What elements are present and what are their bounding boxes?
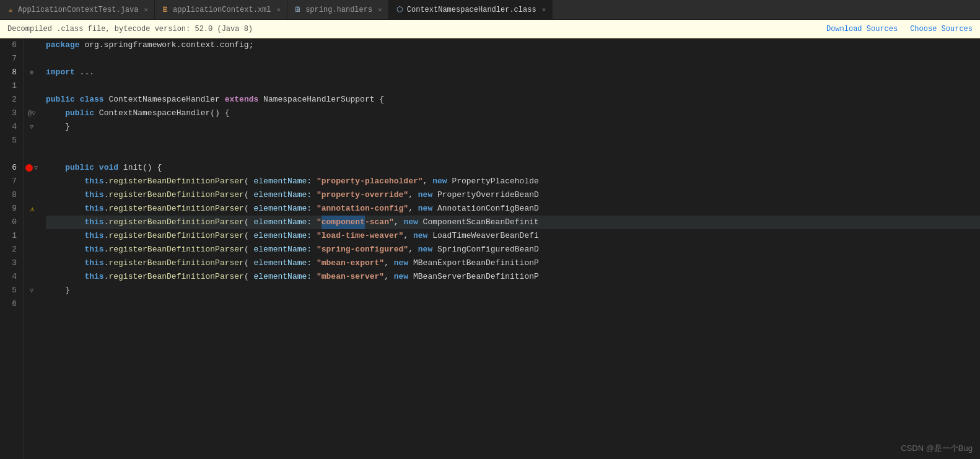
- fold-constructor[interactable]: ▽: [32, 110, 35, 117]
- gutter-close-init: ▽: [24, 284, 41, 297]
- ln-6: 6: [5, 38, 17, 52]
- gutter-end: [24, 297, 41, 311]
- gutter-r7: [24, 256, 41, 270]
- ln-17: 7: [5, 175, 17, 188]
- ln-20: 0: [5, 216, 17, 229]
- gutter-3e: @ ▽: [24, 107, 41, 120]
- gutter-1e: [24, 79, 41, 93]
- code-line-reg8: this . registerBeanDefinitionParser ( el…: [46, 270, 980, 284]
- ln-21: 1: [5, 229, 17, 243]
- notification-bar: Decompiled .class file, bytecode version…: [0, 20, 980, 38]
- code-line-reg6: this . registerBeanDefinitionParser ( el…: [46, 243, 980, 256]
- ln-22: 2: [5, 243, 17, 256]
- java-icon: ☕: [6, 6, 15, 14]
- fold-close-constructor[interactable]: ▽: [30, 123, 33, 131]
- handlers-icon: 🗎: [294, 6, 302, 14]
- tab-applicationcontext-xml[interactable]: 🗎 applicationContext.xml ✕: [155, 0, 287, 19]
- gutter-2e: [24, 93, 41, 107]
- code-line-import: import ...: [46, 66, 980, 79]
- code-line-reg2: this . registerBeanDefinitionParser ( el…: [46, 188, 980, 202]
- tab-bar: ☕ ApplicationContextTest.java ✕ 🗎 applic…: [0, 0, 980, 20]
- code-line-empty-1: [46, 52, 980, 66]
- ln-3: 3: [5, 107, 17, 120]
- tab-spring-handlers[interactable]: 🗎 spring.handlers ✕: [287, 0, 389, 19]
- code-line-class-decl: public class ContextNamespaceHandler ext…: [46, 93, 980, 107]
- fold-import[interactable]: ⊕: [30, 69, 33, 76]
- gutter: ⊕ @ ▽ ▽ ▽ ⚠ ▽: [24, 38, 41, 459]
- gutter-r4: [24, 216, 41, 229]
- code-line-empty-body: }: [46, 120, 980, 134]
- ln-blank: [5, 147, 17, 161]
- fold-close-init[interactable]: ▽: [30, 287, 33, 294]
- notification-text: Decompiled .class file, bytecode version…: [7, 25, 253, 33]
- gutter-r1: [24, 175, 41, 188]
- code-line-reg7: this . registerBeanDefinitionParser ( el…: [46, 256, 980, 270]
- gutter-5e: [24, 134, 41, 147]
- code-line-empty-2: [46, 79, 980, 93]
- download-sources-link[interactable]: Download Sources: [826, 25, 898, 33]
- notification-actions: Download Sources Choose Sources: [826, 25, 973, 33]
- code-line-empty-4: [46, 147, 980, 161]
- gutter-init: ▽: [24, 161, 41, 175]
- class-icon: ⬡: [395, 6, 404, 14]
- code-line-init: public void init() {: [46, 161, 980, 175]
- tab-close-1[interactable]: ✕: [144, 6, 148, 14]
- gutter-r2: [24, 188, 41, 202]
- choose-sources-link[interactable]: Choose Sources: [910, 25, 973, 33]
- ln-1: 1: [5, 79, 17, 93]
- code-line-reg1: this . registerBeanDefinitionParser ( el…: [46, 175, 980, 188]
- ln-16: 6: [5, 161, 17, 175]
- breakpoint-icon: [25, 164, 33, 172]
- gutter-r8: [24, 270, 41, 284]
- fold-init[interactable]: ▽: [34, 164, 38, 172]
- ln-4: 4: [5, 120, 17, 134]
- ln-8: 8: [5, 66, 17, 79]
- ln-5: 5: [5, 134, 17, 147]
- code-line-empty-3: [46, 134, 980, 147]
- tab-close-3[interactable]: ✕: [378, 6, 382, 14]
- code-line-reg5: this . registerBeanDefinitionParser ( el…: [46, 229, 980, 243]
- tab-close-2[interactable]: ✕: [277, 6, 281, 14]
- tab-close-4[interactable]: ✕: [542, 6, 546, 14]
- code-line-end: [46, 297, 980, 311]
- at-symbol: @: [28, 110, 32, 117]
- gutter-r6: [24, 243, 41, 256]
- code-editor[interactable]: package org.springframework.context.conf…: [41, 38, 980, 459]
- ln-19: 9: [5, 202, 17, 216]
- watermark: CSDN @是一个Bug: [901, 443, 973, 454]
- warning-icon: ⚠: [30, 204, 34, 214]
- code-line-close-init: }: [46, 284, 980, 297]
- gutter-blank: [24, 147, 41, 161]
- gutter-6: [24, 38, 41, 52]
- gutter-8: ⊕: [24, 66, 41, 79]
- code-line-package: package org.springframework.context.conf…: [46, 38, 980, 52]
- line-numbers: 6 7 8 1 2 3 4 5 6 7 8 9 0 1 2 3 4 5 6: [0, 38, 24, 459]
- ln-7: 7: [5, 52, 17, 66]
- ln-24: 4: [5, 270, 17, 284]
- ln-25: 5: [5, 284, 17, 297]
- tab-applicationcontexttest[interactable]: ☕ ApplicationContextTest.java ✕: [0, 0, 155, 19]
- ln-26: 6: [5, 297, 17, 311]
- ln-18: 8: [5, 188, 17, 202]
- code-line-reg3: this . registerBeanDefinitionParser ( el…: [46, 202, 980, 216]
- ln-23: 3: [5, 256, 17, 270]
- ln-2: 2: [5, 93, 17, 107]
- gutter-r5: [24, 229, 41, 243]
- gutter-r3: ⚠: [24, 202, 41, 216]
- gutter-4e: ▽: [24, 120, 41, 134]
- code-line-constructor: public ContextNamespaceHandler() {: [46, 107, 980, 120]
- editor-container: 6 7 8 1 2 3 4 5 6 7 8 9 0 1 2 3 4 5 6 ⊕ …: [0, 38, 980, 459]
- code-line-reg4: this . registerBeanDefinitionParser ( el…: [46, 216, 980, 229]
- tab-contextnamespacehandler[interactable]: ⬡ ContextNamespaceHandler.class ✕: [389, 0, 553, 19]
- xml-icon: 🗎: [161, 6, 170, 14]
- gutter-7: [24, 52, 41, 66]
